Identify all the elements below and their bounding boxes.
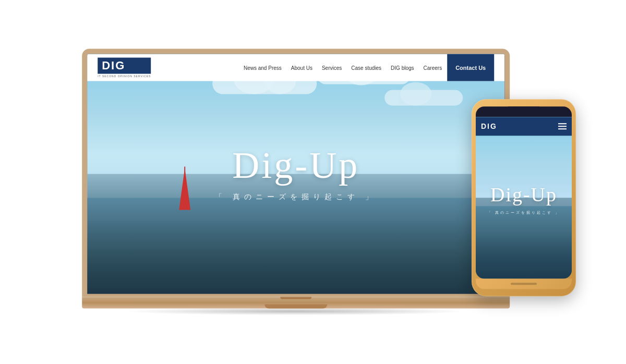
laptop-screen: DIG IT SECOND OPINION SERVICES News and … xyxy=(87,54,504,294)
menu-line-3 xyxy=(558,128,567,129)
phone-navbar: DIG xyxy=(476,117,572,136)
home-indicator xyxy=(511,283,537,285)
laptop-screen-wrapper: DIG IT SECOND OPINION SERVICES News and … xyxy=(82,49,510,297)
logo-text: DIG xyxy=(98,58,151,74)
nav-news-press[interactable]: News and Press xyxy=(244,65,282,70)
nav-about-us[interactable]: About Us xyxy=(291,65,312,70)
nav-links: News and Press About Us Services Case st… xyxy=(244,65,442,70)
phone-notch xyxy=(508,106,539,114)
laptop-shadow xyxy=(125,308,467,316)
scene: DIG IT SECOND OPINION SERVICES News and … xyxy=(0,0,626,364)
laptop-hero: Dig-Up 「 真のニーズを掘り起こす 」 xyxy=(215,147,377,202)
cloud-2 xyxy=(384,90,463,106)
laptop-base xyxy=(82,297,510,309)
logo-sub: IT SECOND OPINION SERVICES xyxy=(98,74,151,77)
phone-frame: DIG Dig-Up 「 真のニーズを掘り起こす 」 xyxy=(472,99,576,296)
phone-hero: Dig-Up 「 真のニーズを掘り起こす 」 xyxy=(480,183,567,215)
phone-device: DIG Dig-Up 「 真のニーズを掘り起こす 」 xyxy=(472,99,576,296)
menu-line-1 xyxy=(558,123,567,124)
nav-careers[interactable]: Careers xyxy=(424,65,442,70)
hero-subtitle: 「 真のニーズを掘り起こす 」 xyxy=(215,192,377,202)
dig-logo: DIG IT SECOND OPINION SERVICES xyxy=(98,58,151,77)
nav-case-studies[interactable]: Case studies xyxy=(351,65,381,70)
laptop-device: DIG IT SECOND OPINION SERVICES News and … xyxy=(82,49,510,316)
contact-button[interactable]: Contact Us xyxy=(447,54,494,81)
nav-services[interactable]: Services xyxy=(322,65,342,70)
hero-title: Dig-Up xyxy=(215,147,377,184)
phone-screen: DIG Dig-Up 「 真のニーズを掘り起こす 」 xyxy=(476,117,572,278)
phone-notch-area xyxy=(476,106,572,117)
phone-logo-text: DIG xyxy=(481,122,497,130)
tokyo-tower xyxy=(179,168,190,210)
phone-home-bar xyxy=(476,278,572,289)
laptop-navbar: DIG IT SECOND OPINION SERVICES News and … xyxy=(87,54,504,81)
laptop-notch xyxy=(280,297,311,299)
nav-dig-blogs[interactable]: DIG blogs xyxy=(391,65,414,70)
phone-hero-subtitle: 「 真のニーズを掘り起こす 」 xyxy=(480,210,567,215)
hamburger-menu-icon[interactable] xyxy=(558,123,567,129)
menu-line-2 xyxy=(558,126,567,127)
phone-hero-title: Dig-Up xyxy=(480,183,567,206)
